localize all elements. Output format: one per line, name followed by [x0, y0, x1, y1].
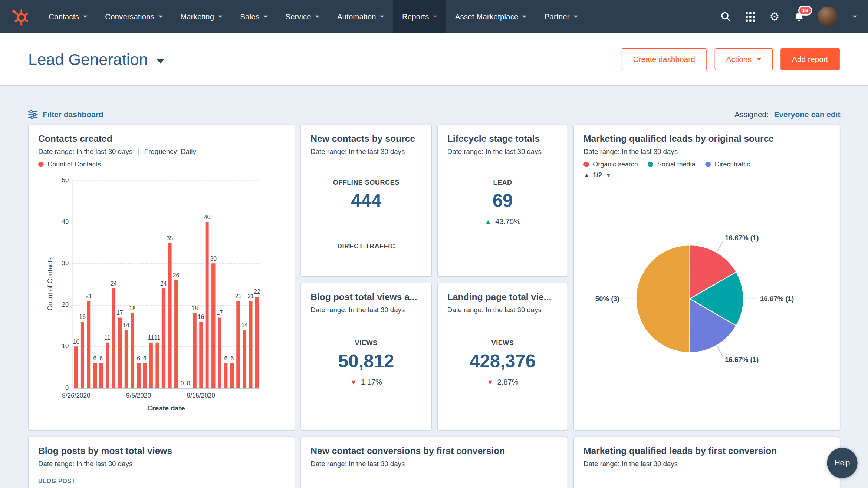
bar-contacts[interactable] [87, 301, 91, 388]
bar-contacts[interactable] [255, 297, 259, 388]
dashboard-toolbar: Filter dashboard Assigned: Everyone can … [28, 110, 840, 119]
hubspot-sprocket-icon [11, 8, 29, 26]
search-icon[interactable] [719, 10, 733, 23]
assigned-section: Assigned: Everyone can edit [734, 110, 840, 119]
bar-contacts[interactable] [155, 342, 159, 388]
bar-contacts[interactable] [124, 330, 128, 388]
bar-contacts[interactable] [99, 363, 103, 388]
assigned-value-link[interactable]: Everyone can edit [774, 110, 841, 119]
mql-pie-chart: 16.67% (1)16.67% (1)16.67% (1)50% (3) [583, 180, 831, 415]
legend-dot [705, 162, 711, 167]
bar-contacts[interactable] [218, 317, 221, 388]
chevron-down-icon [218, 16, 223, 18]
nav-item-contacts[interactable]: Contacts [40, 0, 96, 33]
down-arrow-icon: ▼ [487, 379, 493, 386]
bar-contacts[interactable] [106, 342, 109, 388]
date-range-label: Date range: In the last 30 days [583, 148, 678, 155]
pie-callout-line [717, 347, 723, 356]
bar-contacts[interactable] [224, 363, 228, 388]
bar-value-label: 18 [124, 305, 141, 311]
bar-contacts[interactable] [131, 313, 134, 388]
legend-page-up-icon[interactable]: ▲ [583, 172, 589, 178]
card-title: Blog post total views a... [310, 291, 422, 302]
bar-contacts[interactable] [193, 313, 197, 388]
marketplace-grid-icon[interactable] [743, 10, 757, 23]
page-title[interactable]: Lead Generation [28, 50, 148, 68]
create-dashboard-button[interactable]: Create dashboard [621, 48, 707, 70]
account-chevron-icon[interactable] [852, 16, 857, 18]
card-mql-by-first-conversion: Marketing qualified leads by first conve… [573, 436, 840, 488]
settings-gear-icon[interactable]: ⚙ [768, 10, 781, 23]
hubspot-logo[interactable] [10, 7, 30, 27]
pie-slice-label: 16.67% (1) [725, 234, 759, 242]
bar-contacts[interactable] [206, 222, 209, 388]
card-title: Contacts created [38, 133, 285, 144]
metric-label: LEAD [447, 179, 558, 187]
bar-contacts[interactable] [230, 363, 234, 388]
filter-dashboard-link[interactable]: Filter dashboard [28, 110, 103, 119]
nav-item-automation[interactable]: Automation [328, 0, 393, 33]
bar-contacts[interactable] [137, 363, 141, 388]
bar-value-label: 21 [80, 293, 97, 299]
bar-contacts[interactable] [174, 280, 178, 388]
bar-contacts[interactable] [93, 363, 97, 388]
legend-item-organic-search: Organic search [583, 161, 638, 168]
bar-contacts[interactable] [199, 322, 203, 388]
card-title: Landing page total vie... [447, 291, 558, 302]
bar-contacts[interactable] [80, 322, 84, 388]
table-column-header[interactable]: BLOG POST [38, 478, 285, 484]
bar-contacts[interactable] [237, 301, 240, 388]
nav-item-reports[interactable]: Reports [393, 0, 446, 33]
down-arrow-icon: ▼ [351, 379, 357, 386]
dashboard-grid: Contacts created Date range: In the last… [28, 125, 840, 488]
nav-item-partner[interactable]: Partner [536, 0, 587, 33]
metric-value: 428,376 [447, 351, 558, 372]
bar-contacts[interactable] [149, 342, 153, 388]
legend-page-down-icon[interactable]: ▼ [605, 172, 611, 178]
top-navigation: Contacts Conversations Marketing Sales S… [0, 0, 868, 33]
nav-item-label: Marketing [180, 13, 214, 21]
chevron-down-icon [433, 16, 437, 18]
date-range-label: Date range: In the last 30 days [310, 148, 405, 155]
bar-value-label: 22 [249, 288, 266, 295]
card-title: Lifecycle stage totals [447, 133, 558, 144]
metric-label: VIEWS [310, 339, 422, 347]
help-button[interactable]: Help [827, 448, 858, 478]
add-report-label: Add report [792, 55, 828, 64]
bar-contacts[interactable] [75, 346, 78, 388]
gridline [73, 388, 260, 388]
card-landing-page-total-views: Landing page total vie... Date range: In… [437, 283, 568, 431]
nav-item-marketing[interactable]: Marketing [171, 0, 231, 33]
metric-change: ▲ 43.75% [447, 217, 558, 225]
bar-contacts[interactable] [112, 288, 115, 388]
card-subtitle: Date range: In the last 30 days [310, 460, 558, 468]
gridline [73, 222, 260, 222]
chevron-down-icon [263, 16, 268, 18]
bar-value-label: 40 [199, 214, 216, 220]
pie-slice[interactable] [636, 245, 690, 353]
legend-label: Direct traffic [715, 161, 750, 168]
bar-value-label: 35 [161, 234, 178, 241]
bar-contacts[interactable] [249, 301, 253, 388]
nav-item-asset-marketplace[interactable]: Asset Marketplace [446, 0, 536, 33]
card-title: New contacts by source [310, 133, 422, 144]
nav-item-service[interactable]: Service [277, 0, 328, 33]
actions-button[interactable]: Actions [714, 48, 773, 70]
nav-item-sales[interactable]: Sales [231, 0, 277, 33]
bar-contacts[interactable] [162, 288, 165, 388]
chevron-down-icon [315, 16, 319, 18]
add-report-button[interactable]: Add report [780, 48, 840, 70]
card-subtitle: Date range: In the last 30 days | Freque… [38, 148, 285, 155]
card-lifecycle-stage-totals: Lifecycle stage totals Date range: In th… [437, 125, 568, 277]
nav-item-conversations[interactable]: Conversations [96, 0, 171, 33]
notifications-bell-icon[interactable]: 19 [792, 10, 806, 23]
bar-contacts[interactable] [211, 263, 215, 388]
bar-contacts[interactable] [243, 330, 247, 388]
card-mql-by-original-source: Marketing qualified leads by original so… [573, 125, 840, 431]
user-avatar[interactable] [818, 7, 838, 27]
bar-contacts[interactable] [143, 363, 147, 388]
bar-contacts[interactable] [168, 243, 172, 388]
dashboard-switcher-caret-icon[interactable] [157, 59, 164, 64]
chevron-down-icon [522, 16, 527, 18]
card-subtitle: Date range: In the last 30 days [38, 460, 285, 468]
